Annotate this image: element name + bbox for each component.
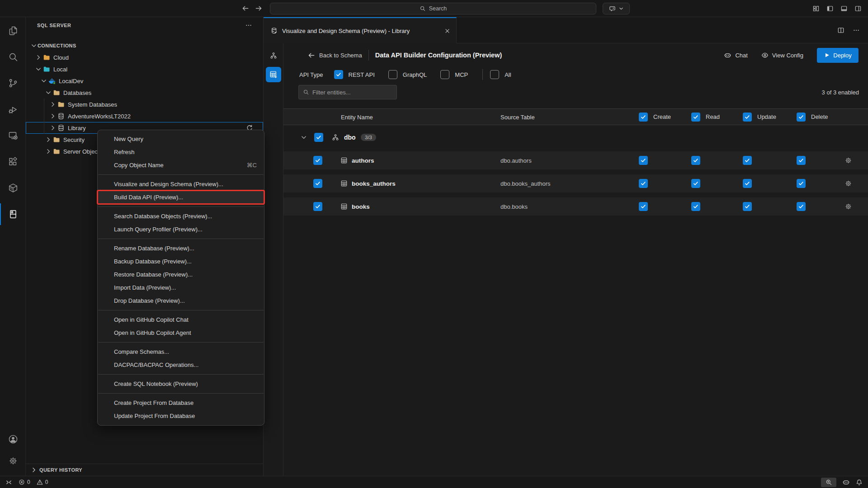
entity-books-authors-checkbox[interactable] bbox=[313, 179, 322, 188]
copilot-chat-button[interactable] bbox=[603, 3, 630, 14]
chevron-down-icon[interactable] bbox=[300, 134, 307, 141]
remote-indicator-icon[interactable] bbox=[5, 479, 12, 486]
toggle-panel-icon[interactable] bbox=[840, 5, 848, 12]
data-api-builder-button[interactable] bbox=[266, 67, 281, 82]
crud-header-read-checkbox[interactable] bbox=[691, 113, 700, 122]
menu-item-restore-database-preview[interactable]: Restore Database (Preview)... bbox=[98, 268, 264, 281]
menu-item-create-sql-notebook-preview[interactable]: Create SQL Notebook (Preview) bbox=[98, 377, 264, 390]
books-authors-update-checkbox[interactable] bbox=[743, 179, 752, 188]
warning-count: 0 bbox=[45, 479, 48, 485]
menu-item-search-database-objects-preview[interactable]: Search Database Objects (Preview)... bbox=[98, 210, 264, 223]
crud-header-delete-checkbox[interactable] bbox=[797, 113, 806, 122]
entity-authors-checkbox[interactable] bbox=[313, 156, 322, 165]
books-authors-read-checkbox[interactable] bbox=[691, 179, 700, 188]
activity-item-containers[interactable] bbox=[0, 177, 26, 199]
entity-settings-icon[interactable] bbox=[844, 157, 852, 164]
activity-item-run-debug[interactable] bbox=[0, 99, 26, 120]
deploy-button[interactable]: Deploy bbox=[817, 48, 859, 63]
tree-item-system-databases[interactable]: System Databases bbox=[26, 99, 263, 110]
authors-delete-checkbox[interactable] bbox=[797, 156, 806, 165]
bell-icon[interactable] bbox=[856, 479, 863, 486]
copilot-icon[interactable] bbox=[842, 479, 850, 486]
activity-item-source-control[interactable] bbox=[0, 72, 26, 94]
back-to-schema-button[interactable]: Back to Schema bbox=[307, 52, 362, 59]
menu-item-drop-database-preview[interactable]: Drop Database (Preview)... bbox=[98, 294, 264, 307]
activity-item-settings[interactable] bbox=[0, 450, 26, 472]
command-center-search[interactable]: Search bbox=[270, 3, 596, 14]
api-type-rest-api-checkbox[interactable] bbox=[334, 70, 343, 79]
books-delete-checkbox[interactable] bbox=[797, 202, 806, 211]
schema-diagram-button[interactable] bbox=[266, 48, 281, 63]
menu-item-compare-schemas[interactable]: Compare Schemas... bbox=[98, 345, 264, 358]
close-icon[interactable] bbox=[444, 28, 451, 34]
crud-header-update-checkbox[interactable] bbox=[743, 113, 752, 122]
page-title: Data API Builder Configuration (Preview) bbox=[375, 52, 502, 59]
books-read-checkbox[interactable] bbox=[691, 202, 700, 211]
menu-item-update-project-from-database[interactable]: Update Project From Database bbox=[98, 409, 264, 422]
tree-item-connections[interactable]: CONNECTIONS bbox=[26, 40, 263, 52]
more-actions-icon[interactable] bbox=[245, 22, 252, 29]
dbo-group-checkbox[interactable] bbox=[314, 133, 323, 142]
tab-visualize-design-schema[interactable]: Visualize and Design Schema (Preview) - … bbox=[264, 17, 457, 43]
api-type-all-checkbox[interactable] bbox=[490, 70, 499, 79]
toggle-secondary-sidebar-icon[interactable] bbox=[854, 5, 862, 12]
split-editor-icon[interactable] bbox=[837, 27, 844, 34]
view-config-button[interactable]: View Config bbox=[761, 52, 803, 59]
menu-item-rename-database-preview[interactable]: Rename Database (Preview)... bbox=[98, 242, 264, 255]
toggle-primary-sidebar-icon[interactable] bbox=[826, 5, 834, 12]
tree-item-databases[interactable]: Databases bbox=[26, 87, 263, 99]
api-type-graphql-checkbox[interactable] bbox=[388, 70, 397, 79]
history-back-button[interactable] bbox=[241, 5, 249, 12]
history-forward-button[interactable] bbox=[255, 5, 263, 12]
activity-item-remote-explorer[interactable] bbox=[0, 125, 26, 146]
authors-read-checkbox[interactable] bbox=[691, 156, 700, 165]
library-context-menu: New QueryRefreshCopy Object Name⌘CVisual… bbox=[97, 130, 264, 426]
entity-settings-icon[interactable] bbox=[844, 203, 852, 211]
activity-item-sql-server[interactable] bbox=[0, 203, 26, 225]
menu-item-import-data-preview[interactable]: Import Data (Preview)... bbox=[98, 281, 264, 294]
activity-item-search[interactable] bbox=[0, 46, 26, 68]
query-history-section[interactable]: QUERY HISTORY bbox=[26, 464, 263, 476]
books-authors-create-checkbox[interactable] bbox=[639, 179, 648, 188]
tree-item-adventureworkslt2022[interactable]: AdventureWorksLT2022 bbox=[26, 110, 263, 122]
menu-item-create-project-from-database[interactable]: Create Project From Database bbox=[98, 396, 264, 409]
activity-item-extensions[interactable] bbox=[0, 151, 26, 173]
crud-header-create-checkbox[interactable] bbox=[639, 113, 648, 122]
books-create-checkbox[interactable] bbox=[639, 202, 648, 211]
menu-item-new-query[interactable]: New Query bbox=[98, 132, 264, 145]
authors-create-checkbox[interactable] bbox=[639, 156, 648, 165]
problems-errors[interactable]: 0 bbox=[19, 479, 30, 485]
activity-item-explorer[interactable] bbox=[0, 20, 26, 42]
books-authors-delete-checkbox[interactable] bbox=[797, 179, 806, 188]
books-update-checkbox[interactable] bbox=[743, 202, 752, 211]
menu-item-copy-object-name[interactable]: Copy Object Name⌘C bbox=[98, 159, 264, 172]
entity-row-books[interactable]: booksdbo.books bbox=[283, 197, 868, 216]
entity-settings-icon[interactable] bbox=[844, 180, 852, 188]
menu-item-open-in-github-copilot-agent[interactable]: Open in GitHub Copilot Agent bbox=[98, 326, 264, 339]
menu-item-open-in-github-copilot-chat[interactable]: Open in GitHub Copilot Chat bbox=[98, 313, 264, 326]
api-type-mcp-checkbox[interactable] bbox=[440, 70, 449, 79]
tree-item-localdev[interactable]: LocalDev bbox=[26, 75, 263, 87]
menu-item-backup-database-preview[interactable]: Backup Database (Preview)... bbox=[98, 255, 264, 268]
filter-entities-input[interactable] bbox=[312, 89, 392, 96]
chat-button[interactable]: Chat bbox=[724, 52, 747, 59]
activity-item-account[interactable] bbox=[0, 428, 26, 450]
menu-item-build-data-api-preview[interactable]: Build Data API (Preview)... bbox=[98, 191, 264, 204]
entity-row-authors[interactable]: authorsdbo.authors bbox=[283, 151, 868, 169]
menu-item-launch-query-profiler-preview[interactable]: Launch Query Profiler (Preview)... bbox=[98, 223, 264, 236]
entity-books-checkbox[interactable] bbox=[313, 202, 322, 211]
menu-item-dacpac-bacpac-operations[interactable]: DACPAC/BACPAC Operations... bbox=[98, 358, 264, 371]
schema-group-row-dbo[interactable]: dbo 3/3 bbox=[283, 127, 868, 148]
zoom-in-button[interactable] bbox=[821, 478, 836, 487]
menu-item-refresh[interactable]: Refresh bbox=[98, 145, 264, 159]
menu-item-visualize-and-design-schema-preview[interactable]: Visualize and Design Schema (Preview)... bbox=[98, 178, 264, 191]
customize-layout-icon[interactable] bbox=[812, 5, 820, 12]
more-actions-icon[interactable] bbox=[853, 27, 860, 34]
enabled-summary: 3 of 3 enabled bbox=[822, 89, 859, 96]
tree-item-local[interactable]: Local bbox=[26, 63, 263, 75]
entity-row-books-authors[interactable]: books_authorsdbo.books_authors bbox=[283, 174, 868, 192]
problems-warnings[interactable]: 0 bbox=[37, 479, 48, 485]
filter-entities-box[interactable] bbox=[298, 85, 397, 99]
tree-item-cloud[interactable]: Cloud bbox=[26, 52, 263, 63]
authors-update-checkbox[interactable] bbox=[743, 156, 752, 165]
